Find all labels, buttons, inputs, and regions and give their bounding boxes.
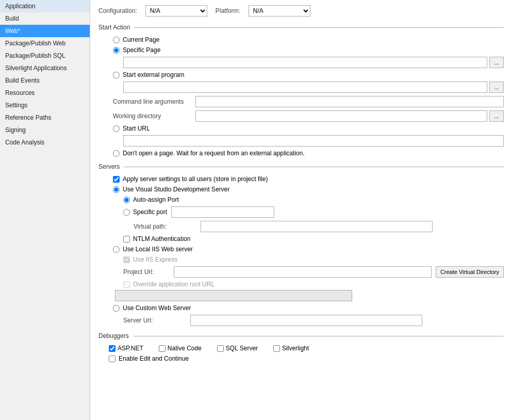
sidebar-item-signing[interactable]: Signing (0, 124, 90, 136)
sidebar-item-resources[interactable]: Resources (0, 87, 90, 99)
current-page-label[interactable]: Current Page (123, 36, 159, 43)
aspnet-label[interactable]: ASP.NET (118, 345, 143, 352)
workdir-input[interactable] (195, 110, 487, 122)
external-program-input[interactable] (123, 82, 487, 93)
external-program-browse-btn[interactable]: ... (489, 82, 504, 93)
project-url-row: Project Url: http://localhost:33195/ Cre… (123, 266, 504, 278)
external-program-row: Start external program (113, 71, 504, 78)
auto-assign-port-radio[interactable] (123, 197, 130, 203)
workdir-browse-btn[interactable]: ... (489, 110, 504, 122)
specific-port-radio[interactable] (123, 209, 130, 216)
specific-page-browse-btn[interactable]: ... (489, 57, 504, 68)
vs-dev-server-row: Use Visual Studio Development Server (113, 186, 504, 193)
project-url-label: Project Url: (123, 268, 170, 276)
ntlm-label[interactable]: NTLM Authentication (133, 235, 190, 243)
iis-express-checkbox[interactable] (123, 256, 130, 263)
sql-server-checkbox[interactable] (217, 345, 224, 352)
custom-server-radio[interactable] (113, 305, 120, 312)
configuration-select[interactable]: N/A (145, 5, 207, 17)
sidebar-item-reference-paths[interactable]: Reference Paths (0, 111, 90, 124)
workdir-label: Working directory (113, 112, 195, 120)
virtual-path-label: Virtual path: (134, 223, 201, 230)
current-page-row: Current Page (113, 36, 504, 43)
cmdline-label: Command line arguments (113, 98, 195, 105)
project-url-input[interactable]: http://localhost:33195/ (174, 266, 432, 278)
platform-select[interactable]: N/A (249, 5, 310, 17)
servers-section: Apply server settings to all users (stor… (103, 175, 504, 326)
server-url-row: Server Url: (123, 315, 504, 326)
sidebar-item-build[interactable]: Build (0, 12, 90, 25)
start-url-input[interactable] (123, 135, 504, 147)
platform-label: Platform: (216, 7, 240, 14)
ntlm-row: NTLM Authentication (123, 235, 504, 243)
auto-assign-port-label[interactable]: Auto-assign Port (133, 196, 179, 203)
cmdline-input[interactable] (195, 96, 504, 107)
vs-dev-server-label[interactable]: Use Visual Studio Development Server (123, 186, 229, 193)
sidebar-item-package-publish-sql[interactable]: Package/Publish SQL (0, 50, 90, 62)
start-url-input-row (123, 135, 504, 147)
sidebar-item-application[interactable]: Application (0, 0, 90, 12)
servers-header: Servers (98, 163, 504, 170)
virtual-path-row: Virtual path: / (134, 221, 504, 232)
configuration-label: Configuration: (98, 7, 137, 14)
native-code-checkbox[interactable] (159, 345, 166, 352)
apply-settings-checkbox[interactable] (113, 176, 120, 183)
silverlight-checkbox[interactable] (273, 345, 280, 352)
specific-port-label[interactable]: Specific port (133, 208, 167, 216)
current-page-radio[interactable] (113, 37, 120, 43)
sidebar-item-silverlight-applications[interactable]: Silverlight Applications (0, 62, 90, 74)
custom-server-label[interactable]: Use Custom Web Server (123, 304, 191, 312)
vs-dev-server-radio[interactable] (113, 186, 120, 193)
local-iis-label[interactable]: Use Local IIS Web server (123, 246, 193, 253)
enable-edit-label[interactable]: Enable Edit and Continue (119, 355, 189, 362)
iis-express-row: Use IIS Express (123, 256, 504, 263)
dont-open-radio[interactable] (113, 150, 120, 157)
sidebar-item-package-publish-web[interactable]: Package/Publish Web (0, 37, 90, 50)
external-program-radio[interactable] (113, 72, 120, 78)
native-code-debugger: Native Code (159, 345, 202, 352)
virtual-path-input[interactable]: / (201, 221, 433, 232)
enable-edit-row: Enable Edit and Continue (109, 355, 504, 362)
specific-page-input[interactable]: Service1.xamlx (123, 57, 487, 68)
start-url-row: Start URL (113, 125, 504, 132)
sidebar-item-web[interactable]: Web* (0, 25, 90, 37)
ntlm-checkbox[interactable] (123, 236, 130, 243)
server-url-input[interactable] (190, 315, 422, 326)
override-url-label: Override application root URL (133, 281, 214, 288)
start-url-radio[interactable] (113, 125, 120, 132)
sidebar-item-settings[interactable]: Settings (0, 99, 90, 111)
start-url-label[interactable]: Start URL (123, 125, 150, 132)
debuggers-header: Debuggers (98, 332, 504, 340)
top-bar: Configuration: N/A Platform: N/A (98, 5, 504, 17)
external-program-label[interactable]: Start external program (123, 71, 184, 78)
sidebar-item-build-events[interactable]: Build Events (0, 74, 90, 87)
specific-port-input[interactable]: 44478 (171, 206, 274, 218)
apply-settings-label[interactable]: Apply server settings to all users (stor… (123, 175, 268, 183)
sql-server-label[interactable]: SQL Server (226, 345, 258, 352)
aspnet-checkbox[interactable] (109, 345, 115, 352)
sidebar: Application Build Web* Package/Publish W… (0, 0, 90, 420)
sql-server-debugger: SQL Server (217, 345, 258, 352)
sidebar-item-code-analysis[interactable]: Code Analysis (0, 136, 90, 149)
silverlight-label[interactable]: Silverlight (282, 345, 309, 352)
specific-port-row: Specific port 44478 (123, 206, 504, 218)
override-url-input[interactable]: http://localhost:33195/ (115, 290, 352, 301)
override-row: Override application root URL (123, 281, 504, 288)
start-action-section: Current Page Specific Page Service1.xaml… (103, 36, 504, 157)
iis-express-label: Use IIS Express (133, 256, 177, 263)
specific-page-row: Specific Page (113, 46, 504, 54)
main-content: Configuration: N/A Platform: N/A Start A… (90, 0, 512, 420)
create-vdir-button[interactable]: Create Virtual Directory (436, 266, 504, 278)
custom-server-row: Use Custom Web Server (113, 304, 504, 312)
external-program-input-row: ... (123, 82, 504, 93)
dont-open-row: Don't open a page. Wait for a request fr… (113, 150, 504, 157)
specific-page-radio[interactable] (113, 47, 120, 54)
override-url-checkbox[interactable] (123, 281, 130, 288)
debuggers-row: ASP.NET Native Code SQL Server Silverlig… (109, 345, 504, 352)
specific-page-label[interactable]: Specific Page (123, 46, 160, 54)
native-code-label[interactable]: Native Code (168, 345, 202, 352)
dont-open-label[interactable]: Don't open a page. Wait for a request fr… (123, 150, 305, 157)
local-iis-radio[interactable] (113, 246, 120, 253)
apply-settings-row: Apply server settings to all users (stor… (113, 175, 504, 183)
enable-edit-checkbox[interactable] (109, 356, 115, 362)
